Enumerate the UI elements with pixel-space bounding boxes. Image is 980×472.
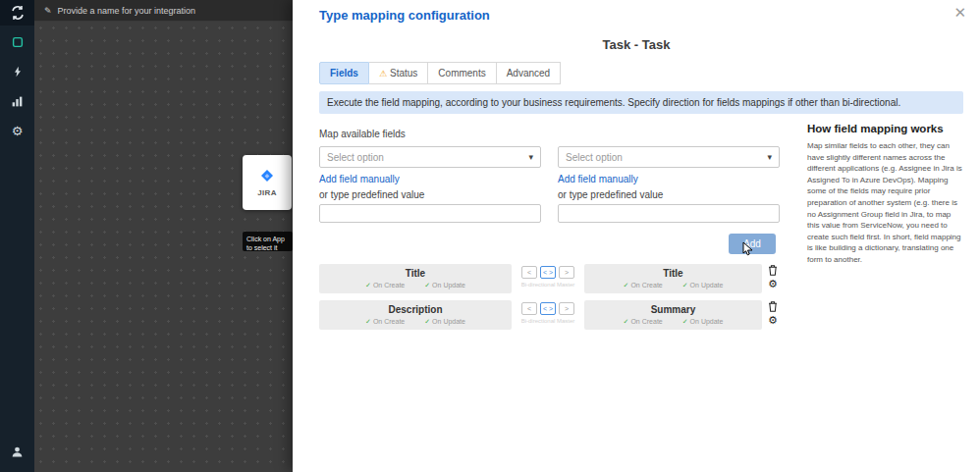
field-label: Title [319,268,512,279]
right-field-column: Select option ▾ Add field manually or ty… [558,146,780,223]
flag-label: On Create [630,282,662,288]
right-add-field-link[interactable]: Add field manually [558,174,780,184]
mapping-row: Title ✓On Create ✓On Update < < > > Bi-d… [319,264,778,295]
jira-logo-icon [259,169,275,184]
integration-name-placeholder: Provide a name for your integration [58,6,196,16]
app-logo-icon [0,0,34,26]
jira-app-node[interactable]: JIRA [243,155,292,210]
chevron-down-icon: ▾ [767,152,772,162]
left-field-column: Select option ▾ Add field manually or ty… [319,146,541,223]
help-panel: How field mapping works Map similar fiel… [807,123,964,266]
direction-left-button[interactable]: < [521,302,537,315]
chevron-down-icon: ▾ [528,152,533,162]
map-available-fields-label: Map available fields [319,129,406,139]
flag-label: On Update [690,318,724,325]
help-body: Map similar fields to each other, they c… [807,140,964,266]
left-add-field-link[interactable]: Add field manually [319,174,541,184]
warning-icon: ⚠ [379,69,387,79]
direction-controls: < < > > Bi-directional Master [512,302,584,324]
flag-on-create: ✓On Create [365,318,405,326]
flag-on-update: ✓On Update [424,318,465,326]
direction-controls: < < > > Bi-directional Master [512,266,584,288]
canvas-tooltip: Click on App to select it [243,232,293,251]
designer-canvas[interactable]: JIRA Click on App to select it [34,22,293,472]
flag-on-update: ✓On Update [682,318,724,326]
user-profile-icon[interactable] [0,439,34,464]
close-icon[interactable]: ✕ [953,4,966,22]
field-label: Title [584,268,762,279]
flag-on-update: ✓On Update [424,282,465,289]
mapping-left-field: Title ✓On Create ✓On Update [319,264,512,293]
tab-fields-label: Fields [330,68,358,79]
sidebar-item-integrations-icon[interactable] [0,29,34,55]
left-field-select[interactable]: Select option ▾ [319,146,541,168]
trash-icon[interactable] [768,301,778,312]
app-root: ⚙ ✎ Provide a name for your integration … [0,0,980,472]
trash-icon[interactable] [768,265,778,276]
direction-caption: Bi-directional Master [521,318,575,324]
node-label: JIRA [257,188,276,197]
sidebar-item-reports-chart-icon[interactable] [0,88,34,114]
direction-left-button[interactable]: < [521,266,537,279]
info-banner: Execute the field mapping, according to … [319,91,963,114]
mapping-pair-title: Task - Task [293,37,980,52]
check-icon: ✓ [424,282,430,288]
flag-on-update: ✓On Update [682,282,724,289]
type-mapping-modal: Type mapping configuration ✕ Task - Task… [293,0,980,472]
flag-on-create: ✓On Create [624,282,663,289]
sidebar-item-actions-bolt-icon[interactable] [0,59,34,84]
tab-bar: Fields ⚠ Status Comments Advanced [319,62,561,84]
check-icon: ✓ [365,282,371,288]
direction-buttons: < < > > [521,302,574,315]
field-flags: ✓On Create ✓On Update [584,282,762,289]
right-field-select[interactable]: Select option ▾ [558,146,780,168]
flag-on-create: ✓On Create [365,282,405,289]
row-settings-gear-icon[interactable]: ⚙ [768,279,778,289]
tab-comments[interactable]: Comments [428,62,496,84]
row-actions: ⚙ [766,265,780,289]
left-predefined-value-input[interactable] [319,204,541,223]
direction-both-button[interactable]: < > [540,266,556,279]
tab-advanced-label: Advanced [507,68,550,79]
flag-on-create: ✓On Create [624,318,663,326]
tab-status-label: Status [390,68,417,79]
check-icon: ✓ [682,318,688,325]
check-icon: ✓ [624,318,629,325]
direction-caption: Bi-directional Master [521,282,575,288]
gear-icon: ⚙ [12,124,24,138]
sidebar: ⚙ [0,0,34,472]
check-icon: ✓ [365,318,371,325]
tab-advanced[interactable]: Advanced [497,62,561,84]
direction-both-button[interactable]: < > [540,302,556,315]
tab-fields[interactable]: Fields [319,62,369,84]
flag-label: On Update [432,282,465,288]
field-flags: ✓On Create ✓On Update [584,318,762,326]
right-or-label: or type predefined value [558,189,780,200]
row-settings-gear-icon[interactable]: ⚙ [768,315,778,326]
mapping-row: Description ✓On Create ✓On Update < < > … [319,300,778,332]
mapping-left-field: Description ✓On Create ✓On Update [319,300,512,330]
help-title: How field mapping works [807,123,964,134]
left-or-label: or type predefined value [319,189,541,200]
tab-status[interactable]: ⚠ Status [369,62,428,84]
field-flags: ✓On Create ✓On Update [319,318,512,326]
check-icon: ✓ [424,318,430,325]
field-flags: ✓On Create ✓On Update [319,282,512,289]
integration-name-bar[interactable]: ✎ Provide a name for your integration [34,0,293,22]
flag-label: On Update [432,318,465,325]
direction-right-button[interactable]: > [559,266,574,279]
flag-label: On Create [373,282,405,288]
direction-right-button[interactable]: > [559,302,574,315]
sidebar-item-settings-gear-icon[interactable]: ⚙ [0,118,34,143]
direction-buttons: < < > > [521,266,574,279]
tab-comments-label: Comments [438,68,485,79]
pencil-icon: ✎ [44,6,52,16]
check-icon: ✓ [682,282,688,288]
left-select-placeholder: Select option [327,152,384,163]
flag-label: On Create [630,318,662,325]
right-predefined-value-input[interactable] [558,204,780,223]
field-label: Description [319,304,512,315]
modal-title: Type mapping configuration [319,8,490,23]
add-mapping-button[interactable]: Add [729,234,776,254]
field-label: Summary [584,304,762,315]
